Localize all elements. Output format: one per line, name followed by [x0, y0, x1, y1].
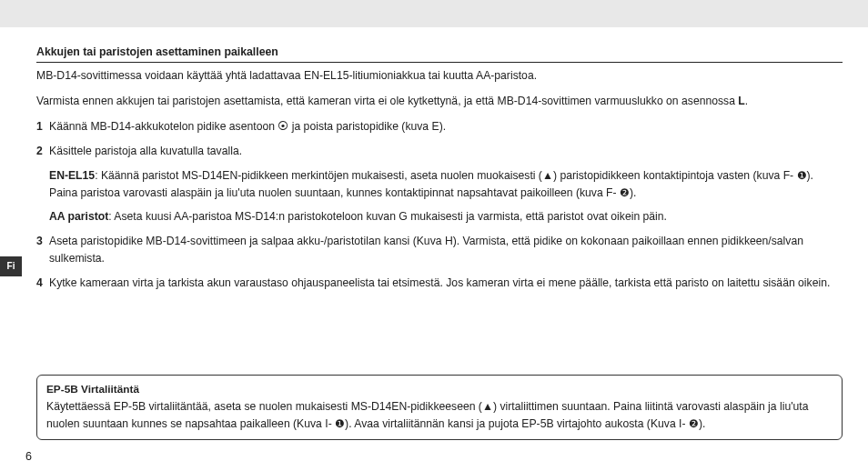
- step-2: 2 Käsittele paristoja alla kuvatulla tav…: [36, 143, 843, 160]
- step-list: 1 Käännä MB-D14-akkukotelon pidike asent…: [36, 118, 843, 292]
- step-4: 4 Kytke kameraan virta ja tarkista akun …: [36, 275, 843, 292]
- step-2-sub-enel15: EN-EL15: Käännä paristot MS-D14EN-pidikk…: [49, 167, 843, 202]
- step-text: Kytke kameraan virta ja tarkista akun va…: [49, 275, 843, 292]
- step-text: Käsittele paristoja alla kuvatulla taval…: [49, 143, 843, 160]
- step-text: Aseta paristopidike MB-D14-sovittimeen j…: [49, 233, 843, 267]
- callout-title: EP-5B Virtaliitäntä: [46, 381, 833, 397]
- step-number: 2: [36, 143, 49, 160]
- step-1: 1 Käännä MB-D14-akkukotelon pidike asent…: [36, 118, 843, 135]
- intro-paragraph-1: MB-D14-sovittimessa voidaan käyttää yhtä…: [36, 67, 843, 85]
- callout-box-ep5b: EP-5B Virtaliitäntä Käytettäessä EP-5B v…: [36, 375, 843, 440]
- top-grey-bar: [0, 0, 868, 27]
- aa-text: : Aseta kuusi AA-paristoa MS-D14:n paris…: [108, 210, 667, 223]
- intro2-part-c: .: [745, 95, 748, 107]
- enel15-text: : Käännä paristot MS-D14EN-pidikkeen mer…: [49, 169, 813, 199]
- step-number: 4: [36, 275, 49, 292]
- intro-paragraph-2: Varmista ennen akkujen tai paristojen as…: [36, 93, 843, 110]
- step-3: 3 Aseta paristopidike MB-D14-sovittimeen…: [36, 233, 843, 267]
- language-tab: Fi: [0, 256, 22, 276]
- section-heading: Akkujen tai paristojen asettaminen paika…: [36, 44, 843, 63]
- step-text: Käännä MB-D14-akkukotelon pidike asentoo…: [49, 118, 843, 135]
- step-number: 1: [36, 118, 49, 135]
- intro2-lock-letter: L: [738, 95, 744, 107]
- aa-label: AA paristot: [49, 210, 108, 223]
- callout-text: Käytettäessä EP-5B virtaliitäntää, aseta…: [46, 398, 833, 433]
- step-number: 3: [36, 233, 49, 267]
- step-2-sub-aa: AA paristot: Aseta kuusi AA-paristoa MS-…: [49, 208, 843, 225]
- page-body: Akkujen tai paristojen asettaminen paika…: [0, 27, 868, 310]
- page-number: 6: [25, 448, 32, 466]
- intro2-part-a: Varmista ennen akkujen tai paristojen as…: [36, 95, 738, 107]
- enel15-label: EN-EL15: [49, 169, 95, 182]
